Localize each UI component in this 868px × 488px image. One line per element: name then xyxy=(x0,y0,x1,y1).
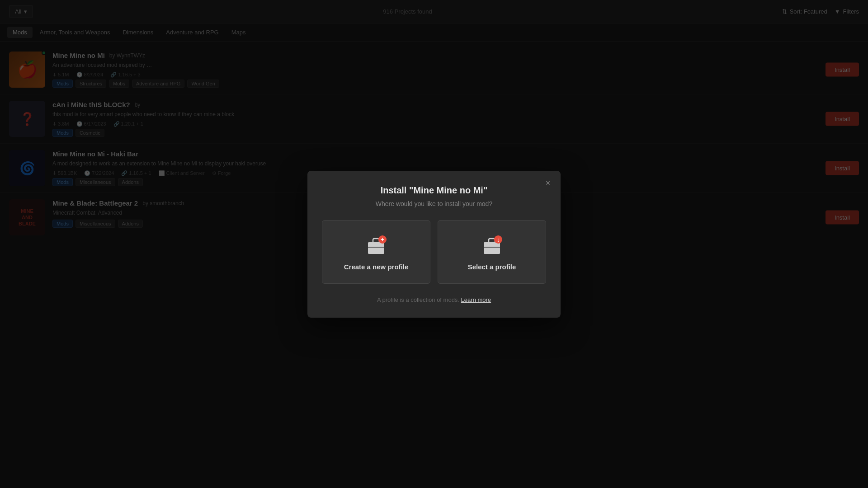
svg-text:↓: ↓ xyxy=(497,236,500,243)
create-new-profile-option[interactable]: + Create a new profile xyxy=(322,220,430,284)
select-profile-icon: ↓ xyxy=(480,233,504,257)
svg-rect-0 xyxy=(368,242,384,254)
svg-rect-5 xyxy=(484,247,500,248)
select-profile-option[interactable]: ↓ Select a profile xyxy=(438,220,546,284)
modal-close-button[interactable]: × xyxy=(542,177,554,190)
select-profile-label: Select a profile xyxy=(468,263,516,271)
modal-overlay: × Install "Mine Mine no Mi" Where would … xyxy=(0,0,868,488)
create-profile-icon: + xyxy=(364,233,388,257)
svg-text:+: + xyxy=(381,236,384,243)
install-modal: × Install "Mine Mine no Mi" Where would … xyxy=(307,171,561,318)
svg-rect-4 xyxy=(484,242,500,254)
create-new-profile-label: Create a new profile xyxy=(344,263,409,271)
modal-footer: A profile is a collection of mods. Learn… xyxy=(322,296,546,303)
modal-title: Install "Mine Mine no Mi" xyxy=(322,185,546,196)
modal-subtitle: Where would you like to install your mod… xyxy=(322,200,546,207)
modal-footer-text: A profile is a collection of mods. xyxy=(377,296,459,303)
learn-more-link[interactable]: Learn more xyxy=(461,296,491,303)
svg-rect-1 xyxy=(368,247,384,248)
modal-options: + Create a new profile xyxy=(322,220,546,284)
